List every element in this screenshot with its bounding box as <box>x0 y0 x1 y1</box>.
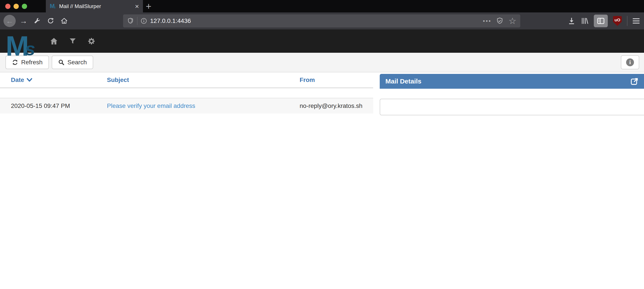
tab-close-icon[interactable]: × <box>135 3 139 10</box>
forward-arrow-icon: → <box>20 16 28 25</box>
page-actions-icon[interactable]: ••• <box>483 18 492 24</box>
column-header-date[interactable]: Date <box>0 76 100 83</box>
wrench-button[interactable] <box>32 17 43 24</box>
mail-table-header: Date Subject From <box>0 72 373 88</box>
minimize-window-button[interactable] <box>14 4 19 9</box>
back-arrow-icon: ← <box>6 17 13 25</box>
wrench-icon <box>34 17 40 24</box>
new-tab-button[interactable]: + <box>146 0 152 12</box>
search-button[interactable]: Search <box>52 55 93 69</box>
mail-details-body <box>380 99 644 115</box>
toolbar-right-icons: uO <box>562 14 641 27</box>
open-in-new-window-icon[interactable] <box>630 77 638 85</box>
ublock-origin-icon[interactable]: uO <box>613 16 622 26</box>
close-window-button[interactable] <box>5 4 10 9</box>
mail-row[interactable]: 2020-05-15 09:47 PM Please verify your e… <box>0 98 373 114</box>
tracking-protection-badge-icon[interactable] <box>496 17 504 25</box>
column-header-subject[interactable]: Subject <box>100 76 294 83</box>
back-button[interactable]: ← <box>4 15 16 27</box>
column-header-from[interactable]: From <box>294 76 373 83</box>
site-info-icon[interactable] <box>140 18 147 24</box>
downloads-button[interactable] <box>568 17 576 25</box>
mail-row-from: no-reply@ory.kratos.sh <box>294 102 373 109</box>
library-icon <box>581 17 588 25</box>
browser-tab[interactable]: M s Mail // MailSlurper × <box>46 0 143 12</box>
bookmark-star-icon[interactable]: ☆ <box>508 16 516 25</box>
navbar-icons <box>49 36 106 46</box>
search-icon <box>58 59 64 66</box>
mailslurper-navbar: M s <box>0 29 644 53</box>
url-text[interactable]: 127.0.0.1:4436 <box>150 17 191 24</box>
info-button[interactable]: i <box>621 55 639 69</box>
url-bar[interactable]: 127.0.0.1:4436 ••• ☆ <box>123 14 520 27</box>
hamburger-icon <box>633 18 640 19</box>
reload-button[interactable] <box>45 17 56 25</box>
home-filled-icon <box>50 37 58 45</box>
gear-icon <box>87 37 96 45</box>
mail-details-title: Mail Details <box>380 78 422 85</box>
info-icon: i <box>626 58 634 66</box>
shield-permissions-icon[interactable] <box>127 17 134 24</box>
mail-row-date: 2020-05-15 09:47 PM <box>0 102 100 109</box>
zoom-window-button[interactable] <box>22 4 27 9</box>
mail-details-panel: Mail Details <box>380 74 644 115</box>
tab-title: Mail // MailSlurper <box>59 3 132 9</box>
home-icon <box>60 17 68 25</box>
browser-toolbar: ← → 127.0.0.1:4436 • <box>0 12 644 29</box>
mail-list-table: Date Subject From 2020-05-15 09:47 PM Pl… <box>0 72 373 114</box>
mailslurper-favicon-icon: M s <box>50 3 56 9</box>
action-bar: Refresh Search i <box>0 53 644 72</box>
download-icon <box>568 17 576 25</box>
browser-tab-strip: M s Mail // MailSlurper × + <box>0 0 644 12</box>
sidebar-toggle-button[interactable] <box>594 14 608 27</box>
menu-button[interactable] <box>633 18 640 23</box>
sort-chevron-down-icon <box>26 78 32 82</box>
url-bar-separator <box>137 17 138 25</box>
mail-subject-link[interactable]: Please verify your email address <box>107 102 195 109</box>
forward-button[interactable]: → <box>18 16 29 25</box>
toolbar-separator <box>627 16 628 26</box>
nav-home-button[interactable] <box>49 36 59 46</box>
filter-funnel-icon <box>69 37 76 45</box>
home-button[interactable] <box>58 17 70 25</box>
empty-table-row <box>0 88 373 98</box>
main-content: Date Subject From 2020-05-15 09:47 PM Pl… <box>0 72 644 289</box>
window-controls <box>5 0 27 12</box>
search-label: Search <box>68 59 87 66</box>
sidebar-icon <box>597 17 605 25</box>
mailslurper-logo[interactable]: M s <box>6 29 35 53</box>
nav-filter-button[interactable] <box>68 36 78 46</box>
library-button[interactable] <box>581 17 588 25</box>
nav-settings-button[interactable] <box>87 36 96 46</box>
reload-icon <box>47 17 54 25</box>
mail-details-header: Mail Details <box>380 74 644 89</box>
